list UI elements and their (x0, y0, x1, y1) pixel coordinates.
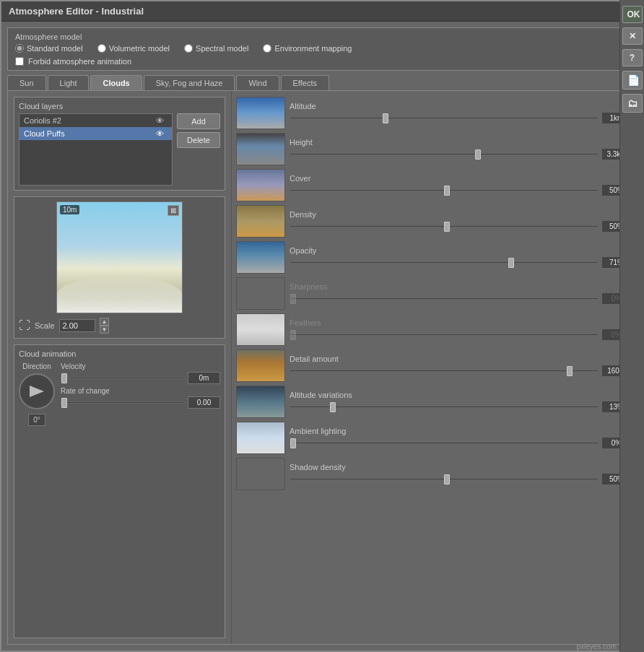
param-content-5: Sharpness (290, 282, 632, 305)
ok-button[interactable]: OK (622, 6, 643, 23)
cloud-animation-section: Cloud animation Direction 0° (14, 344, 225, 638)
scale-input[interactable]: 2.00 (59, 319, 95, 332)
forbid-animation-checkbox[interactable] (15, 57, 24, 66)
preview-cloud-visual (57, 277, 182, 313)
param-thumb-7[interactable] (567, 366, 573, 376)
param-track-0 (290, 117, 599, 119)
rate-slider-thumb[interactable] (61, 398, 67, 408)
radio-standard[interactable]: Standard model (15, 44, 83, 53)
param-content-1: Height (290, 138, 632, 160)
param-name-7: Detail amount (290, 355, 632, 363)
rate-slider-container[interactable] (61, 397, 185, 409)
add-layer-button[interactable]: Add (177, 113, 220, 129)
atmosphere-model-label: Atmosphere model (15, 32, 629, 41)
param-thumb-3[interactable] (444, 222, 450, 232)
param-preview-6 (236, 313, 285, 346)
param-slider-4[interactable] (290, 257, 599, 269)
param-slider-row-4 (290, 256, 632, 269)
param-row-6: Feathers (236, 313, 632, 346)
cloud-layers-section: Cloud layers Coriolis #2 👁 Cloud Puffs 👁 (14, 97, 225, 191)
param-preview-0 (236, 97, 285, 129)
param-name-0: Altitude (290, 102, 632, 110)
cancel-button[interactable]: ✕ (622, 27, 643, 45)
scale-down-button[interactable]: ▼ (100, 326, 110, 334)
layer-item-coriolis[interactable]: Coriolis #2 👁 (19, 114, 172, 127)
param-track-3 (290, 225, 599, 227)
compass[interactable] (19, 373, 55, 409)
atmosphere-model-radio-row: Standard model Volumetric model Spectral… (15, 44, 629, 53)
param-content-10: Shadow density (290, 463, 632, 485)
param-name-9: Ambient lighting (290, 427, 632, 435)
param-row-8: Altitude variations (236, 386, 632, 418)
param-preview-2 (236, 169, 285, 201)
param-content-2: Cover (290, 174, 632, 196)
param-track-4 (290, 261, 599, 264)
param-slider-7[interactable] (290, 365, 599, 377)
param-slider-row-3 (290, 220, 632, 232)
param-track-6 (290, 334, 599, 336)
layer-item-cloudpuffs[interactable]: Cloud Puffs 👁 (19, 127, 172, 140)
param-slider-8[interactable] (290, 401, 599, 413)
velocity-slider-track (61, 377, 185, 379)
velocity-input[interactable]: 0m (188, 372, 220, 384)
forbid-animation-checkbox-row[interactable]: Forbid atmosphere animation (15, 57, 629, 66)
param-slider-10[interactable] (290, 474, 599, 485)
param-row-0: Altitude (236, 97, 632, 129)
tabs-row: Sun Light Clouds Sky, Fog and Haze Wind … (7, 75, 637, 90)
scale-spinner: ▲ ▼ (100, 318, 110, 334)
param-track-5 (290, 297, 599, 300)
document-button[interactable]: 📄 (622, 71, 643, 90)
param-thumb-2[interactable] (444, 186, 450, 196)
param-thumb-4[interactable] (508, 258, 514, 268)
param-thumb-10[interactable] (444, 474, 450, 484)
main-window: Atmosphere Editor - Industrial Atmospher… (0, 0, 644, 652)
param-slider-1[interactable] (290, 149, 599, 160)
param-preview-9 (236, 422, 285, 454)
tab-clouds[interactable]: Clouds (90, 75, 142, 90)
help-button[interactable]: ? (622, 49, 643, 66)
param-track-1 (290, 153, 599, 155)
param-preview-5 (236, 277, 285, 310)
param-thumb-0[interactable] (383, 113, 388, 123)
param-slider-row-9 (290, 437, 632, 449)
tab-sun[interactable]: Sun (7, 75, 46, 90)
rate-input[interactable]: 0.00 (188, 396, 220, 409)
delete-layer-button[interactable]: Delete (177, 132, 220, 148)
folder-button[interactable]: 🗂 (622, 94, 643, 113)
param-thumb-1[interactable] (475, 149, 481, 160)
param-slider-0[interactable] (290, 113, 599, 124)
tab-effects[interactable]: Effects (281, 75, 329, 90)
param-slider-2[interactable] (290, 185, 599, 196)
tab-light[interactable]: Light (48, 75, 90, 90)
param-track-9 (290, 442, 599, 444)
param-slider-9[interactable] (290, 438, 599, 449)
param-thumb-9[interactable] (290, 438, 296, 448)
tab-wind[interactable]: Wind (236, 75, 279, 90)
velocity-slider-thumb[interactable] (61, 373, 67, 383)
rate-input-row: 0.00 (61, 396, 220, 409)
forbid-animation-label: Forbid atmosphere animation (28, 57, 131, 66)
preview-zoom-dropdown[interactable]: 10m (60, 205, 79, 214)
watermark: pxleyes.com (576, 643, 617, 651)
param-slider-6 (290, 329, 599, 341)
radio-environment[interactable]: Environment mapping (263, 44, 352, 53)
scale-up-button[interactable]: ▲ (100, 318, 110, 326)
param-preview-7 (236, 349, 285, 382)
velocity-slider-container[interactable] (61, 373, 185, 384)
param-slider-3[interactable] (290, 221, 599, 232)
right-panel: AltitudeHeightCoverDensityOpacitySharpne… (232, 91, 636, 644)
param-row-10: Shadow density (236, 458, 632, 490)
param-name-1: Height (290, 138, 632, 147)
radio-volumetric[interactable]: Volumetric model (97, 44, 170, 53)
preview-area: 10m ⊠ ⛶ Scale 2.00 ▲ ▼ (14, 196, 225, 339)
param-name-10: Shadow density (290, 463, 632, 471)
preview-reset-button[interactable]: ⊠ (167, 205, 179, 216)
param-slider-row-6 (290, 329, 632, 341)
param-content-0: Altitude (290, 102, 632, 124)
tabs-panel: Sun Light Clouds Sky, Fog and Haze Wind … (7, 75, 637, 645)
param-slider-row-8 (290, 401, 632, 413)
tab-sky-fog-haze[interactable]: Sky, Fog and Haze (144, 75, 235, 90)
param-thumb-8[interactable] (330, 402, 336, 412)
rate-of-change-label: Rate of change (61, 387, 220, 395)
radio-spectral[interactable]: Spectral model (184, 44, 248, 53)
